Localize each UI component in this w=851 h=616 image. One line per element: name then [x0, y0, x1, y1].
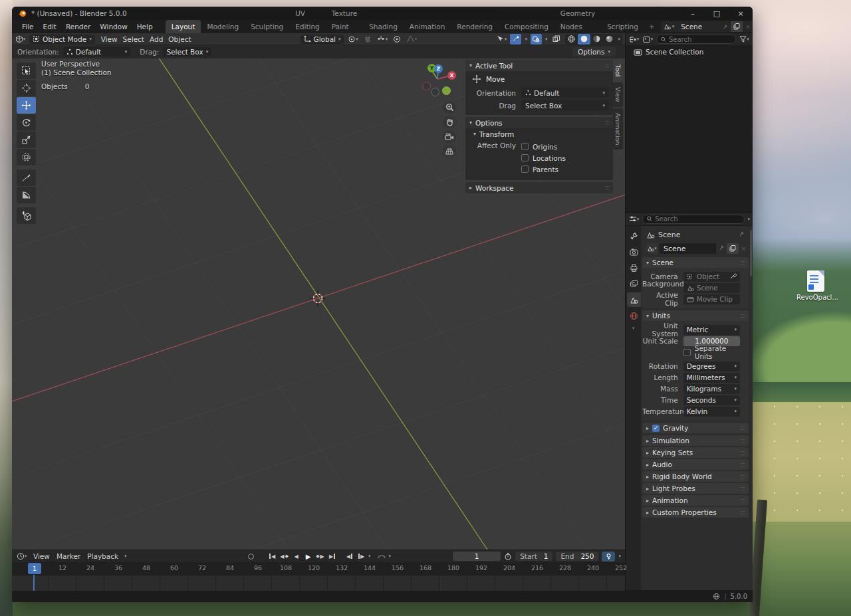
scene-browse-button[interactable]: ▾ — [646, 243, 658, 254]
outliner-item-scene-collection[interactable]: Scene Collection — [626, 45, 753, 56]
tab-geometry-nodes[interactable]: Geometry Nodes — [554, 7, 601, 33]
properties-tab-tool[interactable] — [627, 229, 641, 243]
options-button[interactable]: Options ▾ — [572, 47, 616, 56]
viewport-menu-item[interactable]: Select — [120, 35, 147, 43]
mass-dropdown[interactable]: Kilograms▾ — [683, 384, 740, 394]
minimize-button[interactable]: – — [681, 7, 705, 20]
viewport-menu-item[interactable]: View — [98, 35, 120, 43]
timeline-editor-type-button[interactable]: ▾ — [16, 551, 27, 562]
outliner-filter-button[interactable]: ▾ — [739, 34, 750, 45]
outliner-search[interactable] — [656, 35, 736, 44]
transform-orientation-dropdown[interactable]: Global ▾ — [301, 35, 344, 44]
next-frame-button[interactable]: ▶ — [356, 552, 366, 561]
tool-measure[interactable] — [17, 187, 36, 203]
transform-subheader[interactable]: ▾Transform — [465, 128, 613, 140]
collapsed-panel-header[interactable]: ▸Rigid Body World:::: — [642, 471, 749, 482]
scene-panel-header[interactable]: ▾Scene:::: — [642, 257, 749, 268]
checkbox-parents[interactable]: Parents — [521, 164, 609, 174]
auto-key-button[interactable] — [246, 552, 256, 561]
gravity-panel-header[interactable]: ▸ ✓ Gravity:::: — [642, 423, 749, 433]
tool-transform[interactable] — [17, 149, 36, 165]
viewport-canvas[interactable]: Orientation: Default ▾ Drag: Select Box … — [12, 45, 625, 550]
stopwatch-icon[interactable] — [504, 552, 512, 560]
collapsed-panel-header[interactable]: ▸Custom Properties:::: — [642, 507, 749, 518]
perspective-toggle-icon[interactable] — [443, 145, 456, 157]
playhead[interactable]: 1 — [28, 563, 41, 574]
properties-options-dropdown[interactable]: ▾ — [747, 217, 750, 222]
menu-item[interactable]: Render — [61, 20, 95, 33]
options-header[interactable]: ▾Options:::: — [465, 117, 613, 128]
gizmo-z-neg[interactable] — [431, 88, 439, 96]
menu-item[interactable]: Help — [132, 20, 158, 33]
scene-name[interactable]: Scene — [677, 23, 719, 31]
delete-scene-button[interactable]: × — [741, 245, 746, 252]
rotation-dropdown[interactable]: Degrees▾ — [683, 361, 740, 371]
properties-tab-output[interactable] — [627, 260, 641, 275]
shading-wireframe-button[interactable] — [565, 34, 578, 45]
viewport-menu-item[interactable]: Add — [147, 35, 166, 43]
unlink-scene-button[interactable]: × — [743, 21, 753, 32]
overlays-dropdown[interactable]: ▾ — [545, 37, 548, 42]
tab-animation[interactable]: Animation — [404, 20, 451, 33]
prev-keyframe-button[interactable]: ◀◆ — [279, 552, 289, 561]
timeline-menu-item[interactable]: Marker — [53, 552, 84, 560]
keying-dropdown[interactable]: ▾ — [618, 554, 621, 559]
time-dropdown[interactable]: Seconds▾ — [683, 395, 740, 405]
collapsed-panel-header[interactable]: ▸Simulation:::: — [642, 435, 749, 446]
scene-browse-button[interactable]: ▾ — [661, 21, 677, 32]
properties-editor-type-button[interactable]: ▾ — [628, 214, 640, 225]
mode-dropdown[interactable]: Object Mode ▾ — [29, 35, 95, 44]
prev-frame-button[interactable]: ◀ — [344, 552, 354, 561]
timeline-menu-item[interactable]: View — [30, 552, 53, 560]
collapsed-panel-header[interactable]: ▸Audio:::: — [642, 459, 749, 470]
camera-view-icon[interactable] — [443, 130, 456, 143]
pin-icon[interactable] — [738, 231, 745, 239]
tool-rotate[interactable] — [17, 114, 36, 131]
menu-item[interactable]: Window — [95, 20, 132, 33]
properties-search-input[interactable] — [655, 215, 740, 223]
preview-range-dropdown[interactable]: ▾ — [389, 554, 392, 559]
tab-shading[interactable]: Shading — [363, 20, 404, 33]
tool-annotate[interactable] — [17, 169, 36, 186]
keying-set-button[interactable] — [602, 552, 615, 562]
preview-range-button[interactable] — [377, 552, 387, 561]
pan-hand-icon[interactable] — [443, 116, 456, 128]
gizmo-x-axis[interactable]: X — [447, 71, 456, 80]
properties-tab-render[interactable] — [627, 245, 641, 259]
separate-units-checkbox[interactable]: Separate Units — [683, 348, 740, 358]
tab-layout[interactable]: Layout — [166, 20, 201, 33]
properties-tab-viewlayer[interactable] — [627, 276, 641, 291]
properties-search[interactable] — [642, 215, 745, 224]
navigation-gizmo[interactable]: Y Z X — [412, 57, 463, 102]
zoom-icon[interactable] — [443, 101, 456, 114]
unit-system-dropdown[interactable]: Metric▾ — [683, 325, 740, 335]
proportional-editing-button[interactable] — [392, 34, 403, 45]
new-scene-button[interactable] — [731, 21, 743, 32]
tab-sculpting[interactable]: Sculpting — [245, 20, 289, 33]
jump-to-end-button[interactable]: ▶ — [327, 552, 337, 561]
tab-modeling[interactable]: Modeling — [201, 20, 245, 33]
snap-target-button[interactable]: ▾ — [377, 34, 388, 45]
camera-field[interactable]: Object — [683, 272, 740, 282]
play-reverse-button[interactable]: ◀ — [291, 552, 301, 561]
checkbox-locations[interactable]: Locations — [521, 153, 609, 163]
menu-item[interactable]: File — [17, 20, 39, 33]
jump-to-start-button[interactable]: ◀ — [267, 552, 277, 561]
gizmos-toggle-button[interactable] — [510, 34, 521, 45]
gizmo-y-neg[interactable] — [442, 86, 451, 95]
scene-name-field[interactable]: Scene — [660, 243, 716, 254]
breadcrumb-label[interactable]: Scene — [658, 231, 681, 239]
shading-dropdown[interactable]: ▾ — [616, 37, 622, 42]
outliner-display-mode-button[interactable]: ▾ — [628, 34, 640, 45]
outliner-filter-id-button[interactable]: ▾ — [642, 34, 654, 45]
eyedropper-icon[interactable] — [730, 272, 737, 281]
close-button[interactable]: × — [729, 7, 753, 20]
tool-add-cube[interactable] — [17, 207, 36, 224]
gizmos-dropdown[interactable]: ▾ — [525, 37, 527, 42]
sidebar-tab-view[interactable]: View — [613, 82, 623, 107]
end-frame-field[interactable]: End250 — [556, 552, 598, 561]
menu-item[interactable]: Edit — [39, 20, 61, 33]
tab-scripting[interactable]: Scripting — [601, 20, 644, 33]
object-visibility-button[interactable]: ▾ — [495, 34, 507, 45]
gizmo-z-axis[interactable]: Z — [434, 64, 443, 73]
